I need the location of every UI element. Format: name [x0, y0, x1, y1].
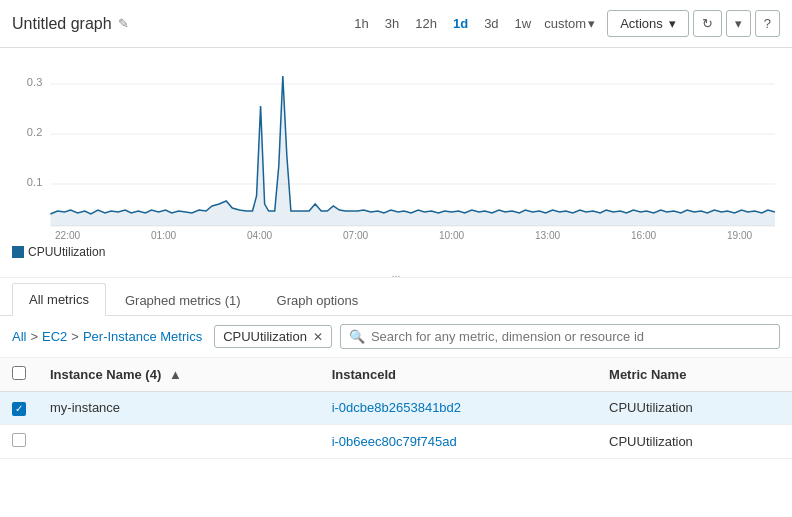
col-select	[0, 358, 38, 392]
time-12h[interactable]: 12h	[412, 14, 440, 33]
select-all-checkbox[interactable]	[12, 366, 26, 380]
metrics-table: Instance Name (4) ▲ InstanceId Metric Na…	[0, 358, 792, 459]
row-metric-name: CPUUtilization	[597, 392, 792, 425]
row-instance-name: my-instance	[38, 392, 320, 425]
title-area: Untitled graph ✎	[12, 15, 351, 33]
tab-graphed-metrics[interactable]: Graphed metrics (1)	[108, 284, 258, 316]
svg-text:16:00: 16:00	[631, 230, 657, 241]
tab-graph-options[interactable]: Graph options	[260, 284, 376, 316]
row-select-cell[interactable]	[0, 424, 38, 458]
more-options-icon: ▾	[735, 16, 742, 31]
filter-tag-label: CPUUtilization	[223, 329, 307, 344]
line-chart: 0.3 0.2 0.1 22:00 01:00 04:00 07:00 10:0…	[12, 56, 780, 241]
row-metric-name: CPUUtilization	[597, 424, 792, 458]
refresh-button[interactable]: ↻	[693, 10, 722, 37]
legend-color-swatch	[12, 246, 24, 258]
time-1d[interactable]: 1d	[450, 14, 471, 33]
svg-marker-15	[50, 76, 775, 226]
search-icon: 🔍	[349, 329, 365, 344]
tab-all-metrics[interactable]: All metrics	[12, 283, 106, 316]
metrics-table-area: Instance Name (4) ▲ InstanceId Metric Na…	[0, 358, 792, 475]
svg-text:19:00: 19:00	[727, 230, 753, 241]
svg-text:13:00: 13:00	[535, 230, 561, 241]
more-options-button[interactable]: ▾	[726, 10, 751, 37]
legend-label: CPUUtilization	[28, 245, 105, 259]
row-instance-name	[38, 424, 320, 458]
actions-label: Actions	[620, 16, 663, 31]
table-row: my-instance i-0dcbe8b2653841bd2 CPUUtili…	[0, 392, 792, 425]
search-input[interactable]	[371, 329, 771, 344]
header: Untitled graph ✎ 1h 3h 12h 1d 3d 1w cust…	[0, 0, 792, 48]
svg-text:0.2: 0.2	[27, 126, 42, 138]
help-button[interactable]: ?	[755, 10, 780, 37]
svg-text:07:00: 07:00	[343, 230, 369, 241]
breadcrumb-ec2[interactable]: EC2	[42, 329, 67, 344]
row-select-cell[interactable]	[0, 392, 38, 425]
expand-dots[interactable]: ...	[392, 268, 400, 279]
chart-container: 0.3 0.2 0.1 22:00 01:00 04:00 07:00 10:0…	[12, 56, 780, 241]
chart-legend: CPUUtilization	[12, 245, 780, 259]
help-icon: ?	[764, 16, 771, 31]
table-header-row: Instance Name (4) ▲ InstanceId Metric Na…	[0, 358, 792, 392]
breadcrumb-sep-1: >	[30, 329, 38, 344]
search-box: 🔍	[340, 324, 780, 349]
svg-text:10:00: 10:00	[439, 230, 465, 241]
svg-text:01:00: 01:00	[151, 230, 177, 241]
time-3d[interactable]: 3d	[481, 14, 501, 33]
svg-text:22:00: 22:00	[55, 230, 81, 241]
breadcrumb-sep-2: >	[71, 329, 79, 344]
breadcrumb-all[interactable]: All	[12, 329, 26, 344]
header-buttons: Actions ▾ ↻ ▾ ?	[607, 10, 780, 37]
sort-icon: ▲	[169, 367, 182, 382]
refresh-icon: ↻	[702, 16, 713, 31]
row-checkbox-unchecked[interactable]	[12, 433, 26, 447]
custom-chevron-icon: ▾	[588, 16, 595, 31]
filter-bar: All > EC2 > Per-Instance Metrics CPUUtil…	[0, 316, 792, 358]
time-custom[interactable]: custom ▾	[544, 16, 595, 31]
graph-title: Untitled graph	[12, 15, 112, 33]
filter-tag: CPUUtilization ✕	[214, 325, 332, 348]
edit-title-icon[interactable]: ✎	[118, 16, 129, 31]
col-instance-name[interactable]: Instance Name (4) ▲	[38, 358, 320, 392]
table-row: i-0b6eec80c79f745ad CPUUtilization	[0, 424, 792, 458]
row-instance-id: i-0b6eec80c79f745ad	[320, 424, 597, 458]
chart-area: 0.3 0.2 0.1 22:00 01:00 04:00 07:00 10:0…	[0, 48, 792, 278]
svg-text:04:00: 04:00	[247, 230, 273, 241]
actions-button[interactable]: Actions ▾	[607, 10, 689, 37]
svg-text:0.1: 0.1	[27, 176, 42, 188]
actions-chevron-icon: ▾	[669, 16, 676, 31]
time-1w[interactable]: 1w	[512, 14, 535, 33]
filter-tag-remove[interactable]: ✕	[313, 330, 323, 344]
row-checkbox-checked[interactable]	[12, 402, 26, 416]
instance-id-link[interactable]: i-0b6eec80c79f745ad	[332, 434, 457, 449]
time-3h[interactable]: 3h	[382, 14, 402, 33]
instance-id-link[interactable]: i-0dcbe8b2653841bd2	[332, 400, 461, 415]
time-controls: 1h 3h 12h 1d 3d 1w custom ▾	[351, 14, 595, 33]
col-metric-name: Metric Name	[597, 358, 792, 392]
row-instance-id: i-0dcbe8b2653841bd2	[320, 392, 597, 425]
svg-text:0.3: 0.3	[27, 76, 42, 88]
time-1h[interactable]: 1h	[351, 14, 371, 33]
tabs-area: ... All metrics Graphed metrics (1) Grap…	[0, 282, 792, 316]
breadcrumb-per-instance[interactable]: Per-Instance Metrics	[83, 329, 202, 344]
col-instance-id: InstanceId	[320, 358, 597, 392]
